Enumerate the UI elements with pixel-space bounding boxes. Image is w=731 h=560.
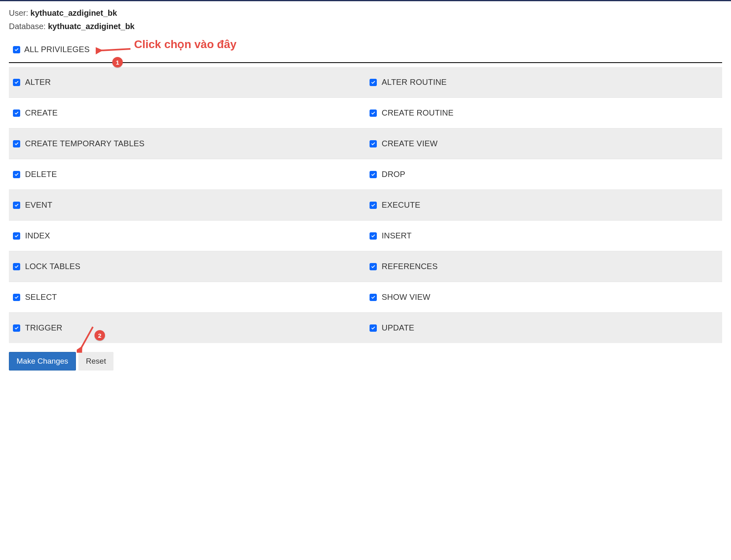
privilege-checkbox[interactable]	[13, 202, 20, 209]
privilege-checkbox[interactable]	[370, 324, 377, 332]
privilege-label: LOCK TABLES	[25, 262, 80, 271]
privilege-cell: CREATE ROUTINE	[366, 97, 722, 128]
privilege-cell: INSERT	[366, 220, 722, 251]
privilege-label: UPDATE	[382, 323, 414, 333]
user-line: User: kythuatc_azdiginet_bk	[9, 8, 722, 18]
check-icon	[14, 264, 19, 269]
all-privileges-checkbox[interactable]	[13, 46, 20, 53]
privilege-checkbox[interactable]	[370, 232, 377, 240]
privilege-checkbox[interactable]	[13, 324, 20, 332]
make-changes-button[interactable]: Make Changes	[9, 352, 76, 371]
privilege-checkbox[interactable]	[370, 140, 377, 147]
privilege-cell: EXECUTE	[366, 189, 722, 220]
all-privileges-label: ALL PRIVILEGES	[24, 45, 90, 54]
privilege-cell: EVENT	[9, 189, 366, 220]
privilege-label: TRIGGER	[25, 323, 63, 333]
privilege-label: CREATE ROUTINE	[382, 108, 454, 118]
privilege-label: DROP	[382, 170, 405, 179]
user-value: kythuatc_azdiginet_bk	[30, 8, 117, 17]
privileges-panel: User: kythuatc_azdiginet_bk Database: ky…	[0, 0, 731, 380]
user-label: User:	[9, 8, 28, 17]
check-icon	[14, 80, 19, 85]
database-label: Database:	[9, 22, 46, 31]
annotation-badge-2: 2	[95, 330, 105, 341]
privilege-cell: INDEX	[9, 220, 366, 251]
actions-row: Make Changes Reset 2	[9, 349, 722, 371]
check-icon	[371, 172, 376, 177]
privilege-label: REFERENCES	[382, 262, 438, 271]
privilege-checkbox[interactable]	[13, 263, 20, 270]
check-icon	[14, 47, 19, 52]
privilege-label: INDEX	[25, 231, 50, 240]
check-icon	[14, 141, 19, 146]
privilege-label: CREATE	[25, 108, 58, 118]
privilege-cell: SHOW VIEW	[366, 282, 722, 312]
privilege-checkbox[interactable]	[370, 294, 377, 301]
privilege-label: SHOW VIEW	[382, 293, 431, 302]
reset-button[interactable]: Reset	[78, 352, 114, 371]
privilege-cell: LOCK TABLES	[9, 251, 366, 282]
privilege-cell: DROP	[366, 159, 722, 189]
privilege-checkbox[interactable]	[370, 171, 377, 178]
database-line: Database: kythuatc_azdiginet_bk	[9, 22, 722, 31]
check-icon	[371, 295, 376, 300]
database-value: kythuatc_azdiginet_bk	[48, 22, 135, 31]
privilege-cell: TRIGGER	[9, 312, 366, 343]
privilege-cell: REFERENCES	[366, 251, 722, 282]
privileges-grid: ALTERALTER ROUTINECREATECREATE ROUTINECR…	[9, 67, 722, 343]
check-icon	[371, 326, 376, 331]
privilege-checkbox[interactable]	[370, 79, 377, 86]
check-icon	[371, 141, 376, 146]
privilege-label: SELECT	[25, 293, 57, 302]
privilege-label: EVENT	[25, 200, 53, 210]
check-icon	[14, 234, 19, 238]
privilege-cell: SELECT	[9, 282, 366, 312]
check-icon	[371, 80, 376, 85]
privilege-label: DELETE	[25, 170, 57, 179]
check-icon	[371, 234, 376, 238]
privilege-label: ALTER ROUTINE	[382, 78, 447, 87]
privilege-cell: DELETE	[9, 159, 366, 189]
privilege-checkbox[interactable]	[13, 171, 20, 178]
privilege-label: EXECUTE	[382, 200, 420, 210]
check-icon	[371, 264, 376, 269]
check-icon	[14, 203, 19, 208]
annotation-hint-text: Click chọn vào đây	[134, 38, 237, 51]
privilege-cell: ALTER	[9, 67, 366, 97]
privilege-label: CREATE TEMPORARY TABLES	[25, 139, 145, 148]
check-icon	[14, 172, 19, 177]
privilege-checkbox[interactable]	[13, 140, 20, 147]
privilege-checkbox[interactable]	[370, 109, 377, 117]
privilege-checkbox[interactable]	[370, 202, 377, 209]
privilege-label: CREATE VIEW	[382, 139, 438, 148]
check-icon	[14, 326, 19, 331]
privilege-label: ALTER	[25, 78, 51, 87]
check-icon	[371, 111, 376, 116]
annotation-badge-1: 1	[112, 57, 123, 67]
privilege-checkbox[interactable]	[13, 232, 20, 240]
check-icon	[371, 203, 376, 208]
privilege-checkbox[interactable]	[370, 263, 377, 270]
privilege-cell: UPDATE	[366, 312, 722, 343]
privilege-cell: CREATE TEMPORARY TABLES	[9, 128, 366, 159]
privilege-label: INSERT	[382, 231, 412, 240]
check-icon	[14, 295, 19, 300]
privilege-cell: CREATE	[9, 97, 366, 128]
privilege-checkbox[interactable]	[13, 294, 20, 301]
all-privileges-section: ALL PRIVILEGES Click chọn vào đây 1	[9, 45, 722, 63]
privilege-cell: CREATE VIEW	[366, 128, 722, 159]
check-icon	[14, 111, 19, 116]
privilege-checkbox[interactable]	[13, 109, 20, 117]
all-privileges-row: ALL PRIVILEGES	[13, 45, 718, 54]
privilege-cell: ALTER ROUTINE	[366, 67, 722, 97]
privilege-checkbox[interactable]	[13, 79, 20, 86]
